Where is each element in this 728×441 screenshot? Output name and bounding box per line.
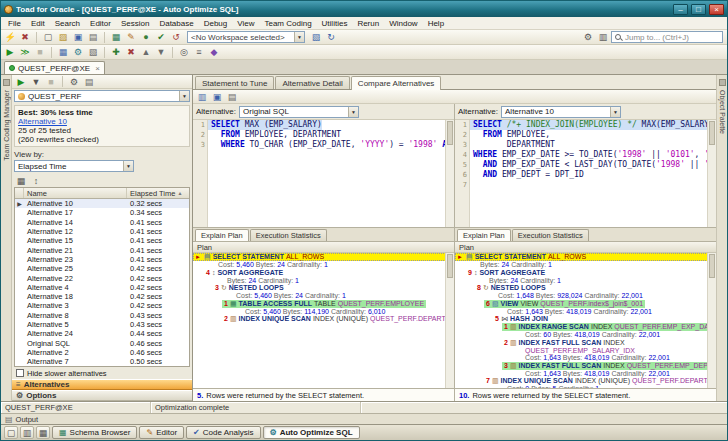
menu-window[interactable]: Window xyxy=(384,19,422,28)
tile-windows-icon[interactable]: ▦ xyxy=(36,426,50,439)
plan-node[interactable]: 8↻NESTED LOOPS xyxy=(455,284,716,292)
stop-icon[interactable]: ■ xyxy=(33,46,47,59)
alternative-row[interactable]: Alternative 30.42 secs xyxy=(15,301,189,310)
jump-to-input[interactable]: Jump to... (Ctrl+J) xyxy=(611,31,723,43)
export-results-icon[interactable]: ▤ xyxy=(82,75,96,88)
sql-editor-icon[interactable]: ✎ xyxy=(124,31,138,44)
hide-slower-checkbox[interactable] xyxy=(16,369,24,377)
save-comparison-icon[interactable]: ▣ xyxy=(210,90,224,103)
taskbar-button-code-analysis[interactable]: ✔Code Analysis xyxy=(186,426,260,439)
menu-debug[interactable]: Debug xyxy=(199,19,233,28)
plan-node[interactable]: 4↕SORT AGGREGATE xyxy=(193,269,454,277)
tab-explain-plan[interactable]: Explain Plan xyxy=(457,229,511,241)
alternative-row[interactable]: Alternative 120.41 secs xyxy=(15,227,189,236)
open-workspace-icon[interactable]: ▧ xyxy=(309,31,323,44)
document-tab[interactable]: QUEST_PERF@XE × xyxy=(4,61,105,74)
stop-optimization-icon[interactable]: ■ xyxy=(44,75,58,88)
alternative-selector-left[interactable]: Original SQL▼ xyxy=(239,106,359,118)
window-list-icon[interactable]: ▥ xyxy=(596,31,610,44)
menu-help[interactable]: Help xyxy=(423,19,449,28)
tab-execution-statistics[interactable]: Execution Statistics xyxy=(512,229,589,241)
plan-scrollbar[interactable] xyxy=(445,253,454,388)
plan-node[interactable]: 2▥INDEX UNIQUE SCAN INDEX (UNIQUE) QUEST… xyxy=(193,315,454,323)
alternative-row[interactable]: Alternative 70.50 secs xyxy=(15,357,189,366)
sort-order-icon[interactable]: ↕ xyxy=(29,174,43,187)
auto-optimize-icon[interactable]: ⚙ xyxy=(71,46,85,59)
rerun-dropdown-icon[interactable]: ▼ xyxy=(29,75,43,88)
view-by-selector[interactable]: Elapsed Time ▼ xyxy=(14,160,134,172)
execute-icon[interactable]: ▶ xyxy=(3,46,17,59)
execute-as-script-icon[interactable]: ≫ xyxy=(18,46,32,59)
new-file-icon[interactable]: ▢ xyxy=(41,31,55,44)
save-icon[interactable]: ▣ xyxy=(71,31,85,44)
plan-node[interactable]: 7▥INDEX UNIQUE SCAN INDEX (UNIQUE) QUEST… xyxy=(455,377,716,385)
describe-icon[interactable]: ▧ xyxy=(86,46,100,59)
editor-scrollbar[interactable] xyxy=(445,120,454,227)
refresh-icon[interactable]: ↻ xyxy=(324,31,338,44)
group-by-icon[interactable]: ▦ xyxy=(14,174,28,187)
delete-icon[interactable]: ✖ xyxy=(124,46,138,59)
plan-node[interactable]: 2▥INDEX FAST FULL SCAN INDEX xyxy=(455,339,716,347)
taskbar-button-auto-optimize-sql[interactable]: ⚙Auto Optimize SQL xyxy=(263,426,360,439)
plan-node[interactable]: 1▦TABLE ACCESS FULL TABLE QUEST_PERF.EMP… xyxy=(193,300,454,308)
menu-view[interactable]: View xyxy=(232,19,259,28)
name-column-header[interactable]: Name xyxy=(24,188,127,198)
menu-session[interactable]: Session xyxy=(116,19,154,28)
print-comparison-icon[interactable]: ▤ xyxy=(225,90,239,103)
plan-node[interactable]: 3↻NESTED LOOPS xyxy=(193,284,454,292)
end-connection-icon[interactable]: ✖ xyxy=(18,31,32,44)
format-code-icon[interactable]: ≡ xyxy=(192,46,206,59)
alternative-selector-right[interactable]: Alternative 10▼ xyxy=(501,106,621,118)
scrollbar-thumb[interactable] xyxy=(709,254,715,278)
section-options[interactable]: ⚙Options xyxy=(12,390,192,401)
plan-node[interactable]: ►▤SELECT STATEMENT ALL_ROWS xyxy=(455,253,716,261)
new-connection-icon[interactable]: ⚡ xyxy=(3,31,17,44)
plan-node[interactable]: ►▤SELECT STATEMENT ALL_ROWS xyxy=(193,253,454,261)
last-record-icon[interactable]: ▼ xyxy=(154,46,168,59)
toad-home-icon[interactable]: ▢ xyxy=(4,426,18,439)
add-icon[interactable]: ✚ xyxy=(109,46,123,59)
alternative-row[interactable]: Alternative 220.42 secs xyxy=(15,273,189,282)
close-button[interactable]: × xyxy=(709,4,724,15)
elapsed-time-column-header[interactable]: Elapsed Time ▲ xyxy=(127,188,189,198)
print-icon[interactable]: ▤ xyxy=(86,31,100,44)
open-file-icon[interactable]: ▨ xyxy=(56,31,70,44)
plan-node[interactable]: 5⋈HASH JOIN xyxy=(455,315,716,323)
alternative-row[interactable]: Alternative 250.42 secs xyxy=(15,264,189,273)
section-alternatives[interactable]: ≡Alternatives xyxy=(12,379,192,390)
tab-explain-plan[interactable]: Explain Plan xyxy=(195,229,249,241)
menu-file[interactable]: File xyxy=(3,19,26,28)
explain-plan-tree-right[interactable]: ►▤SELECT STATEMENT ALL_ROWSBytes: 24 Car… xyxy=(455,253,716,388)
schema-browser-icon[interactable]: ▦ xyxy=(109,31,123,44)
optimizer-settings-icon[interactable]: ⚙ xyxy=(67,75,81,88)
plan-node[interactable]: 6▧VIEW VIEW QUEST_PERF.index$_join$_001 xyxy=(455,300,716,308)
best-alternative-link[interactable]: Alternative 10 xyxy=(18,117,67,126)
cascade-windows-icon[interactable]: ▥ xyxy=(20,426,34,439)
plan-node[interactable]: 1▥INDEX RANGE SCAN INDEX QUEST_PERF.EMP_… xyxy=(455,323,716,331)
scrollbar-thumb[interactable] xyxy=(447,254,453,278)
menu-edit[interactable]: Edit xyxy=(26,19,50,28)
menu-utilities[interactable]: Utilities xyxy=(317,19,353,28)
alternative-row[interactable]: Alternative 40.42 secs xyxy=(15,283,189,292)
plan-scrollbar[interactable] xyxy=(707,253,716,388)
tab-execution-statistics[interactable]: Execution Statistics xyxy=(250,229,327,241)
left-rail[interactable]: Team Coding Manager xyxy=(1,75,12,401)
alternative-row[interactable]: Alternative 50.43 secs xyxy=(15,320,189,329)
alternative-row[interactable]: Alternative 20.46 secs xyxy=(15,348,189,357)
menu-search[interactable]: Search xyxy=(50,19,85,28)
sql-editor-left[interactable]: 1SELECT MAX (EMP_SALARY)2 FROM EMPLOYEE,… xyxy=(193,120,454,228)
workspace-selector[interactable]: <No Workspace selected> ▼ xyxy=(187,31,305,43)
right-rail[interactable]: Object Palette xyxy=(716,75,727,401)
commit-icon[interactable]: ✔ xyxy=(154,31,168,44)
alternative-row[interactable]: ▶Alternative 100.32 secs xyxy=(15,199,189,208)
first-record-icon[interactable]: ▲ xyxy=(139,46,153,59)
menu-team-coding[interactable]: Team Coding xyxy=(259,19,316,28)
alternative-row[interactable]: Alternative 230.41 secs xyxy=(15,255,189,264)
alternative-row[interactable]: Original SQL0.46 secs xyxy=(15,338,189,347)
output-panel[interactable]: ▤ Output xyxy=(1,413,727,424)
tab-statement-to-tune[interactable]: Statement to Tune xyxy=(195,76,274,89)
alternative-row[interactable]: Alternative 140.41 secs xyxy=(15,218,189,227)
scrollbar-thumb[interactable] xyxy=(447,121,453,145)
minimize-button[interactable]: – xyxy=(673,4,688,15)
taskbar-button-schema-browser[interactable]: ▦Schema Browser xyxy=(52,426,137,439)
